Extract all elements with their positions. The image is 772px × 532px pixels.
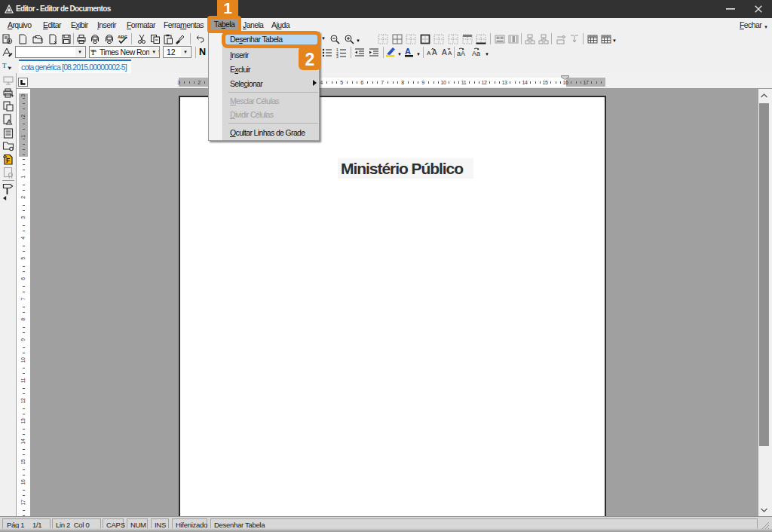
svg-text:A: A (448, 50, 452, 57)
svg-text:A: A (442, 48, 447, 57)
svg-text:T: T (90, 47, 96, 57)
svg-text:A: A (432, 48, 437, 57)
svg-text:A: A (405, 47, 411, 56)
svg-text:T: T (2, 62, 7, 69)
svg-text:A: A (427, 50, 431, 57)
svg-text:aA: aA (457, 50, 465, 57)
svg-text:Aa: Aa (472, 50, 480, 57)
svg-text:F: F (6, 157, 10, 164)
svg-text:3: 3 (336, 54, 339, 58)
